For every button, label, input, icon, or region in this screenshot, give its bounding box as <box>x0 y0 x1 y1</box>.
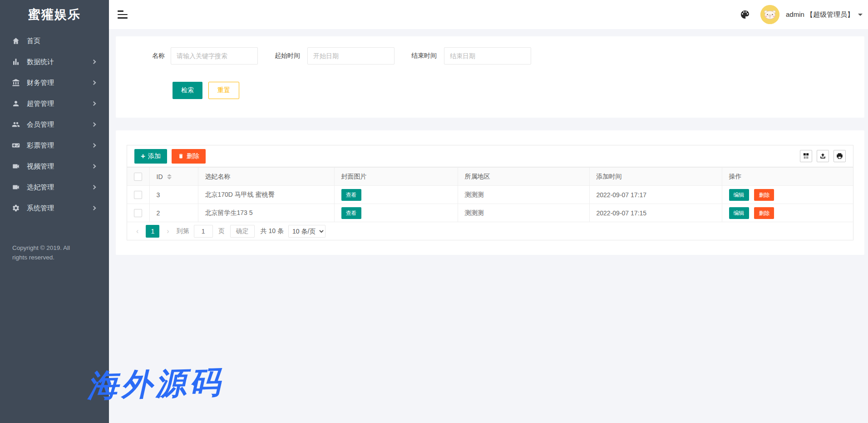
print-icon[interactable] <box>833 150 846 162</box>
sidebar-item-finance[interactable]: 财务管理 <box>0 72 109 93</box>
goto-confirm-button[interactable]: 确定 <box>230 225 255 238</box>
plus-icon: + <box>141 152 145 160</box>
user-icon <box>12 100 20 108</box>
end-time-label: 结束时间 <box>411 52 437 60</box>
column-header-region: 所属地区 <box>458 168 589 186</box>
view-cover-button[interactable]: 查看 <box>341 189 361 201</box>
column-header-cover: 封面图片 <box>334 168 458 186</box>
prev-page-icon[interactable]: ‹ <box>134 227 140 235</box>
table-toolbar: + 添加 删除 <box>127 145 853 167</box>
table-panel: + 添加 删除 <box>116 130 864 255</box>
goto-suffix-label: 页 <box>218 227 225 235</box>
sidebar-item-xuanfei[interactable]: 选妃管理 <box>0 177 109 198</box>
trash-icon <box>178 153 184 159</box>
chevron-right-icon <box>92 122 96 127</box>
gamepad-icon <box>12 141 20 149</box>
video-camera-icon <box>12 162 20 170</box>
edit-button[interactable]: 编辑 <box>729 189 749 201</box>
table-header-row: ID 选妃名称 封面图片 所属地区 添加时间 操作 <box>127 168 853 186</box>
sort-icon[interactable] <box>167 174 172 179</box>
sidebar-item-label: 视频管理 <box>27 162 54 171</box>
user-menu[interactable]: admin 【超级管理员】 <box>786 10 854 19</box>
topbar: admin 【超级管理员】 <box>109 0 868 29</box>
row-checkbox[interactable] <box>134 209 142 217</box>
start-date-input[interactable] <box>307 47 395 65</box>
per-page-select[interactable]: 10 条/页 <box>288 225 326 238</box>
current-page-button[interactable]: 1 <box>146 225 159 238</box>
sidebar-item-label: 彩票管理 <box>27 141 54 150</box>
sidebar-item-lottery[interactable]: 彩票管理 <box>0 135 109 156</box>
gear-icon <box>12 204 20 212</box>
sidebar-item-video[interactable]: 视频管理 <box>0 156 109 177</box>
sidebar-item-label: 首页 <box>27 37 40 45</box>
avatar[interactable] <box>760 5 779 24</box>
search-button[interactable]: 检索 <box>173 82 202 99</box>
chevron-right-icon <box>92 101 96 106</box>
video-camera-icon <box>12 183 20 191</box>
data-table: ID 选妃名称 封面图片 所属地区 添加时间 操作 3 <box>127 167 853 222</box>
main-content: 名称 起始时间 结束时间 检索 重置 + 添加 删除 <box>109 29 868 423</box>
column-header-id: ID <box>157 173 163 180</box>
cell-time: 2022-09-07 17:17 <box>589 186 722 204</box>
copyright-text: Copyright © 2019. All rights reserved. <box>0 243 84 262</box>
home-icon <box>12 37 20 45</box>
keyword-input[interactable] <box>171 47 258 65</box>
topbar-right: admin 【超级管理员】 <box>740 5 863 24</box>
column-header-time: 添加时间 <box>589 168 722 186</box>
name-label: 名称 <box>152 52 165 60</box>
columns-filter-icon[interactable] <box>800 150 812 162</box>
row-delete-button[interactable]: 删除 <box>754 207 774 219</box>
table-tool-icons <box>795 150 846 162</box>
sidebar-item-label: 财务管理 <box>27 79 54 87</box>
row-checkbox[interactable] <box>134 191 142 199</box>
sidebar-item-statistics[interactable]: 数据统计 <box>0 51 109 72</box>
sidebar-item-system[interactable]: 系统管理 <box>0 198 109 219</box>
view-cover-button[interactable]: 查看 <box>341 207 361 219</box>
menu-toggle-icon[interactable] <box>118 10 128 19</box>
export-icon[interactable] <box>817 150 829 162</box>
search-buttons-row: 检索 重置 <box>173 82 864 99</box>
cell-id: 3 <box>149 186 198 204</box>
sidebar-item-superadmin[interactable]: 超管管理 <box>0 93 109 114</box>
goto-page-input[interactable] <box>194 225 213 238</box>
edit-button[interactable]: 编辑 <box>729 207 749 219</box>
users-icon <box>12 120 20 129</box>
row-delete-button[interactable]: 删除 <box>754 189 774 201</box>
delete-button[interactable]: 删除 <box>172 149 206 164</box>
start-time-label: 起始时间 <box>275 52 300 60</box>
add-button-label: 添加 <box>148 152 161 160</box>
table-row: 2 北京留学生173 5 查看 测测测 2022-09-07 17:15 编辑 … <box>127 204 853 222</box>
sidebar-item-label: 数据统计 <box>27 58 54 66</box>
cell-region: 测测测 <box>458 186 589 204</box>
chevron-right-icon <box>92 80 96 85</box>
add-button[interactable]: + 添加 <box>134 149 167 164</box>
reset-button[interactable]: 重置 <box>208 82 239 99</box>
goto-prefix-label: 到第 <box>177 227 189 235</box>
sidebar-item-home[interactable]: 首页 <box>0 30 109 51</box>
column-header-actions: 操作 <box>722 168 853 186</box>
sidebar-item-members[interactable]: 会员管理 <box>0 114 109 135</box>
bar-chart-icon <box>12 58 20 66</box>
table-row: 3 北京170D 马甲线 蜜桃臀 查看 测测测 2022-09-07 17:17… <box>127 186 853 204</box>
end-date-input[interactable] <box>444 47 531 65</box>
caret-down-icon <box>858 14 863 16</box>
sidebar-item-label: 系统管理 <box>27 204 54 213</box>
next-page-icon[interactable]: › <box>165 227 171 235</box>
sidebar-item-label: 会员管理 <box>27 120 54 129</box>
palette-icon[interactable] <box>740 9 750 20</box>
sidebar-item-label: 选妃管理 <box>27 183 54 192</box>
delete-button-label: 删除 <box>187 152 199 160</box>
column-header-name: 选妃名称 <box>198 168 334 186</box>
cell-region: 测测测 <box>458 204 589 222</box>
bank-icon <box>12 79 20 87</box>
search-panel: 名称 起始时间 结束时间 检索 重置 <box>116 36 864 118</box>
cell-id: 2 <box>149 204 198 222</box>
sidebar-nav: 首页 数据统计 财务管理 超管管理 会员管理 彩票管理 <box>0 30 109 219</box>
total-count-label: 共 10 条 <box>261 227 284 235</box>
cell-time: 2022-09-07 17:15 <box>589 204 722 222</box>
brand-logo: 蜜獾娱乐 <box>0 0 109 29</box>
table-container: + 添加 删除 <box>127 145 853 240</box>
select-all-checkbox[interactable] <box>134 173 142 181</box>
pagination: ‹ 1 › 到第 页 确定 共 10 条 10 条/页 <box>127 222 853 240</box>
chevron-right-icon <box>92 60 96 64</box>
